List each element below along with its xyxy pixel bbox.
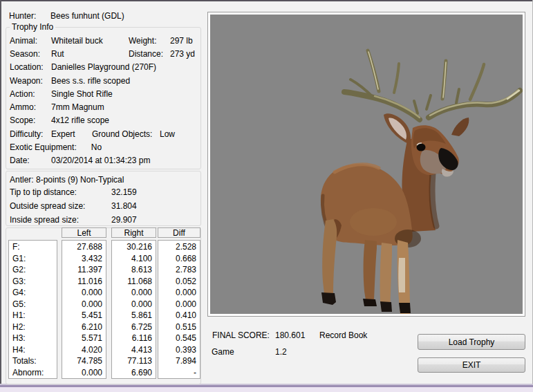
field-value: Expert	[51, 129, 75, 139]
score-row-labels-box: F: G1: G2: G3: G4: G5: H1: H2: H3: H4: T…	[8, 240, 57, 379]
field-value: 4x12 rifle scope	[51, 115, 109, 125]
field-value: 297 lb	[170, 36, 193, 46]
trophy-viewer-window: Hunter: Bees funhunt (GDL) Trophy Info A…	[0, 0, 533, 392]
score-value: 11.068	[112, 276, 156, 288]
score-value: 74.785	[62, 355, 106, 367]
field-label: Scope:	[10, 115, 51, 125]
score-value: 11.397	[62, 264, 106, 276]
field-label: Action:	[10, 89, 51, 99]
score-value: 0.000	[62, 299, 106, 310]
score-value: 0.545	[158, 333, 200, 344]
hunter-label: Hunter:	[9, 11, 50, 21]
score-value: 8.613	[112, 264, 156, 276]
score-row-label: G3:	[9, 276, 57, 288]
score-row-label: H2:	[9, 321, 57, 333]
field-label: Weight:	[129, 36, 156, 46]
game-label: Game	[212, 347, 234, 357]
score-row-label: Abnorm:	[9, 367, 57, 379]
antler-measure-row: Tip to tip distance: 32.159	[10, 185, 137, 199]
score-row-label: G2:	[9, 264, 57, 276]
score-value: 27.688	[62, 241, 106, 253]
field-value: Single Shot Rifle	[51, 89, 113, 99]
score-value: 2.528	[158, 241, 200, 253]
score-row-label: G4:	[9, 287, 57, 299]
measure-label: Inside spread size:	[10, 215, 111, 225]
score-row-label: G1:	[9, 253, 57, 265]
score-value: 30.216	[112, 241, 156, 253]
field-value: Bees s.s. rifle scoped	[51, 76, 130, 86]
score-value: 6.690	[112, 367, 156, 379]
antler-info-groupbox: Antler: 8-points (9) Non-Typical Tip to …	[6, 171, 201, 226]
score-value: 11.016	[62, 276, 106, 288]
field-label: Animal:	[10, 36, 51, 46]
score-value: 0.410	[158, 310, 200, 321]
field-label: Ammo:	[10, 102, 51, 112]
field-label: Weapon:	[10, 76, 51, 86]
measure-label: Outside spread size:	[10, 201, 111, 211]
final-score-label: FINAL SCORE:	[212, 330, 270, 340]
field-value: No	[91, 142, 102, 152]
score-value: 77.113	[112, 355, 156, 367]
trophy-3d-viewport[interactable]	[207, 12, 525, 317]
trophy-row-animal: Animal: Whitetail buck Weight: 297 lb	[10, 34, 199, 47]
score-value: 0.393	[158, 344, 200, 356]
score-value: 3.432	[62, 253, 106, 265]
trophy-row-location: Location: Danielles Playground (270F)	[10, 61, 199, 74]
field-value: Low	[160, 129, 175, 139]
trophy-row-ammo: Ammo: 7mm Magnum	[10, 100, 199, 113]
viewport-canvas	[210, 15, 523, 314]
score-left-values-box: 27.688 3.432 11.397 11.016 0.000 0.000 5…	[62, 240, 106, 379]
final-score-value: 180.601	[275, 330, 305, 340]
score-value: 5.861	[112, 310, 156, 321]
score-value: 4.100	[112, 253, 156, 265]
antler-measure-row: Inside spread size: 29.907	[10, 213, 137, 227]
antler-measure-row: Outside spread size: 31.804	[10, 199, 137, 213]
score-value: 2.783	[158, 264, 200, 276]
score-value: 0.000	[158, 299, 200, 310]
game-version: 1.2	[275, 347, 287, 357]
deer-3d-model	[210, 15, 523, 314]
load-trophy-button[interactable]: Load Trophy	[418, 334, 525, 350]
trophy-row-date: Date: 03/20/2014 at 01:34:23 pm	[10, 154, 199, 167]
score-value: 0.000	[158, 287, 200, 299]
field-value: Whitetail buck	[51, 36, 103, 46]
column-header-right: Right	[111, 227, 156, 238]
measure-label: Tip to tip distance:	[10, 187, 111, 197]
field-value: 7mm Magnum	[51, 102, 104, 112]
score-row-label: Totals:	[9, 355, 57, 367]
score-value: 4.413	[112, 344, 156, 356]
record-book-label: Record Book	[319, 330, 367, 340]
field-value: Rut	[51, 49, 64, 59]
hunter-row: Hunter: Bees funhunt (GDL)	[9, 11, 203, 21]
trophy-info-title: Trophy Info	[10, 22, 55, 32]
field-label: Exotic Equipment:	[10, 142, 77, 152]
score-value: 0.000	[112, 299, 156, 310]
field-label: Date:	[10, 156, 51, 165]
field-label: Difficulty:	[10, 129, 51, 139]
score-value: 0.668	[158, 253, 200, 265]
score-value: 0.000	[62, 287, 106, 299]
trophy-row-difficulty: Difficulty: Expert Ground Objects: Low	[10, 127, 199, 140]
field-label: Season:	[10, 49, 51, 59]
field-value: Danielles Playground (270F)	[51, 62, 156, 72]
field-value: 273 yd	[170, 49, 195, 59]
score-right-values-box: 30.216 4.100 8.613 11.068 0.000 0.000 5.…	[111, 240, 156, 379]
score-diff-values-box: 2.528 0.668 2.783 0.052 0.000 0.000 0.41…	[158, 240, 200, 379]
antler-headline: Antler: 8-points (9) Non-Typical	[10, 175, 124, 185]
measure-value: 29.907	[111, 215, 137, 225]
score-row-label: H1:	[9, 310, 57, 321]
score-row-label: H4:	[9, 344, 57, 356]
window-bottom-border-glow	[0, 387, 533, 392]
trophy-row-scope: Scope: 4x12 rifle scope	[10, 114, 199, 127]
score-row-label: H3:	[9, 333, 57, 344]
trophy-row-action: Action: Single Shot Rifle	[10, 87, 199, 100]
column-header-diff: Diff	[158, 227, 200, 238]
score-value: -	[158, 367, 200, 379]
measure-value: 32.159	[111, 187, 137, 197]
field-label: Location:	[10, 62, 51, 72]
measure-value: 31.804	[111, 201, 137, 211]
score-value: 4.020	[62, 344, 106, 356]
exit-button[interactable]: EXIT	[418, 357, 525, 373]
field-label: Ground Objects:	[92, 129, 152, 139]
score-row-label: F:	[9, 241, 57, 253]
